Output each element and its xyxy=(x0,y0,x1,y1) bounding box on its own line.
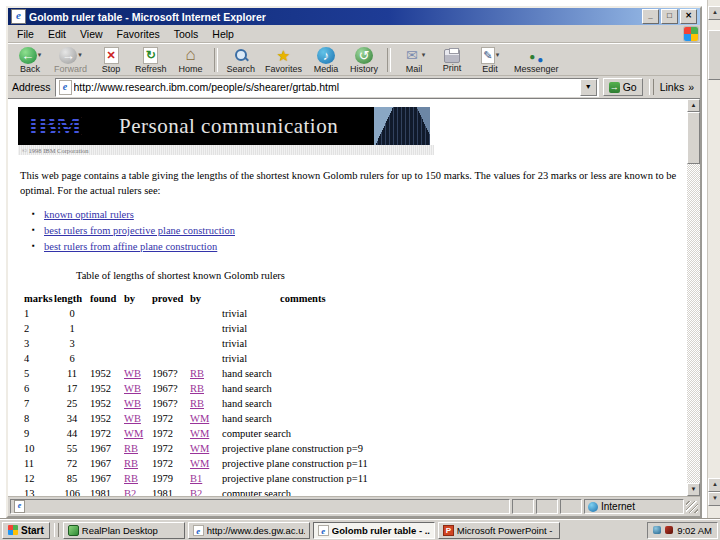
toolbar-button-refresh[interactable]: Refresh xyxy=(130,46,172,74)
minimize-button[interactable]: _ xyxy=(642,9,659,24)
start-button[interactable]: Start xyxy=(2,522,50,539)
person-link[interactable]: WM xyxy=(190,443,209,454)
close-button[interactable]: ✕ xyxy=(680,9,697,24)
outer-scrollbar[interactable]: ▲ ▲ ▼ xyxy=(707,0,720,520)
table-cell: 1967? xyxy=(152,394,190,409)
person-link[interactable]: WM xyxy=(190,413,209,424)
table-cell: 7 xyxy=(24,394,54,409)
table-cell: WM xyxy=(190,409,222,424)
person-link[interactable]: RB xyxy=(124,458,138,469)
toolbar-button-back[interactable]: ▾Back xyxy=(11,46,49,74)
links-menu[interactable]: Links » xyxy=(660,81,696,93)
taskbar-button-label: http://www.des.gw.ac.u... xyxy=(207,525,305,536)
scroll-up-icon[interactable]: ▲ xyxy=(708,6,720,20)
dropdown-caret-icon[interactable]: ▾ xyxy=(496,51,500,59)
scrollbar-thumb[interactable] xyxy=(687,112,700,164)
scroll-up-icon[interactable]: ▲ xyxy=(687,99,700,112)
address-input[interactable] xyxy=(74,80,580,94)
person-link[interactable]: B2 xyxy=(124,488,136,496)
menu-item-tools[interactable]: Tools xyxy=(167,27,206,41)
toolbar-button-stop[interactable]: Stop xyxy=(92,46,130,74)
web-page: IBM Personal communication © 1998 IBM Co… xyxy=(8,99,687,496)
go-button[interactable]: → Go xyxy=(603,78,643,96)
tray-icon[interactable] xyxy=(653,526,661,534)
title-bar[interactable]: e Golomb ruler table - Microsoft Interne… xyxy=(8,8,700,25)
table-cell: RB xyxy=(190,379,222,394)
page-link[interactable]: best rulers from affine plane constructi… xyxy=(44,241,217,252)
menu-item-edit[interactable]: Edit xyxy=(41,27,73,41)
table-cell: projective plane construction p=11 xyxy=(222,469,368,484)
person-link[interactable]: RB xyxy=(190,368,204,379)
links-chevron-icon[interactable]: » xyxy=(688,81,694,93)
toolbar-icon-row xyxy=(182,47,200,64)
menu-item-help[interactable]: Help xyxy=(205,27,241,41)
table-cell: trivial xyxy=(222,334,368,349)
scrollbar-thumb[interactable] xyxy=(708,30,720,80)
stop-icon xyxy=(104,47,119,64)
table-cell: trivial xyxy=(222,349,368,364)
dropdown-caret-icon[interactable]: ▾ xyxy=(38,51,42,59)
table-cell xyxy=(90,334,124,349)
person-link[interactable]: RB xyxy=(124,443,138,454)
toolbar-button-home[interactable]: Home xyxy=(172,46,210,74)
resize-grip[interactable] xyxy=(686,501,698,513)
scroll-down-icon[interactable]: ▼ xyxy=(687,483,700,496)
toolbar-button-search[interactable]: Search xyxy=(222,46,261,74)
next-slide-icon[interactable]: ▼ xyxy=(708,492,720,506)
forward-icon xyxy=(59,47,77,64)
taskbar-grip[interactable] xyxy=(54,523,59,537)
messenger-icon xyxy=(527,47,545,64)
person-link[interactable]: RB xyxy=(190,383,204,394)
status-pane xyxy=(536,499,558,514)
back-icon xyxy=(19,47,37,64)
toolbar-button-mail[interactable]: ▾Mail xyxy=(395,46,433,74)
person-link[interactable]: WB xyxy=(124,413,141,424)
person-link[interactable]: WM xyxy=(190,428,209,439)
menu-item-favorites[interactable]: Favorites xyxy=(110,27,167,41)
toolbar-button-label: Search xyxy=(227,64,256,74)
person-link[interactable]: RB xyxy=(124,473,138,484)
table-cell: 1952 xyxy=(90,364,124,379)
page-link[interactable]: known optimal rulers xyxy=(44,209,134,220)
ie-logo-icon: e xyxy=(11,9,26,24)
toolbar-button-edit[interactable]: ▾Edit xyxy=(471,46,509,74)
taskbar-button[interactable]: RealPlan Desktop xyxy=(63,522,185,539)
toolbar-button-media[interactable]: Media xyxy=(307,46,345,74)
browser-viewport: IBM Personal communication © 1998 IBM Co… xyxy=(8,99,700,497)
person-link[interactable]: B1 xyxy=(190,473,202,484)
person-link[interactable]: WB xyxy=(124,368,141,379)
person-link[interactable]: WB xyxy=(124,398,141,409)
previous-slide-icon[interactable]: ▲ xyxy=(708,478,720,492)
toolbar-icon-row: ▾ xyxy=(19,47,42,64)
toolbar-icon-row: ▾ xyxy=(481,47,500,64)
taskbar-button[interactable]: Microsoft PowerPoint - [... xyxy=(438,522,560,539)
toolbar-button-history[interactable]: History xyxy=(345,46,383,74)
person-link[interactable]: WB xyxy=(124,383,141,394)
links-label: Links xyxy=(660,81,685,93)
address-dropdown-icon[interactable]: ▼ xyxy=(580,79,597,96)
page-link[interactable]: best rulers from projective plane constr… xyxy=(44,225,235,236)
dropdown-caret-icon[interactable]: ▾ xyxy=(78,51,82,59)
toolbar-button-print[interactable]: Print xyxy=(433,46,471,73)
page-scrollbar[interactable]: ▲ ▼ xyxy=(687,99,700,496)
person-link[interactable]: B2 xyxy=(190,488,202,496)
window-title: Golomb ruler table - Microsoft Internet … xyxy=(29,11,640,23)
bar-grip[interactable] xyxy=(649,79,654,95)
toolbar-button-favorites[interactable]: Favorites xyxy=(260,46,307,74)
taskbar-button[interactable]: Golomb ruler table - ... xyxy=(313,522,435,539)
maximize-button[interactable]: □ xyxy=(661,9,678,24)
person-link[interactable]: WM xyxy=(124,428,143,439)
person-link[interactable]: RB xyxy=(190,398,204,409)
ibm-logo: IBM xyxy=(28,113,81,139)
toolbar-button-messenger[interactable]: Messenger xyxy=(509,46,564,74)
menu-item-file[interactable]: File xyxy=(10,27,41,41)
system-tray[interactable]: 9:02 AM xyxy=(647,522,718,539)
toolbar-button-forward[interactable]: ▾Forward xyxy=(49,46,92,74)
search-icon xyxy=(232,47,250,64)
dropdown-caret-icon[interactable]: ▾ xyxy=(422,51,426,59)
menu-item-view[interactable]: View xyxy=(73,27,110,41)
address-field[interactable]: e ▼ xyxy=(55,78,599,97)
person-link[interactable]: WM xyxy=(190,458,209,469)
taskbar-button[interactable]: http://www.des.gw.ac.u... xyxy=(188,522,310,539)
tray-icon[interactable] xyxy=(665,526,673,534)
